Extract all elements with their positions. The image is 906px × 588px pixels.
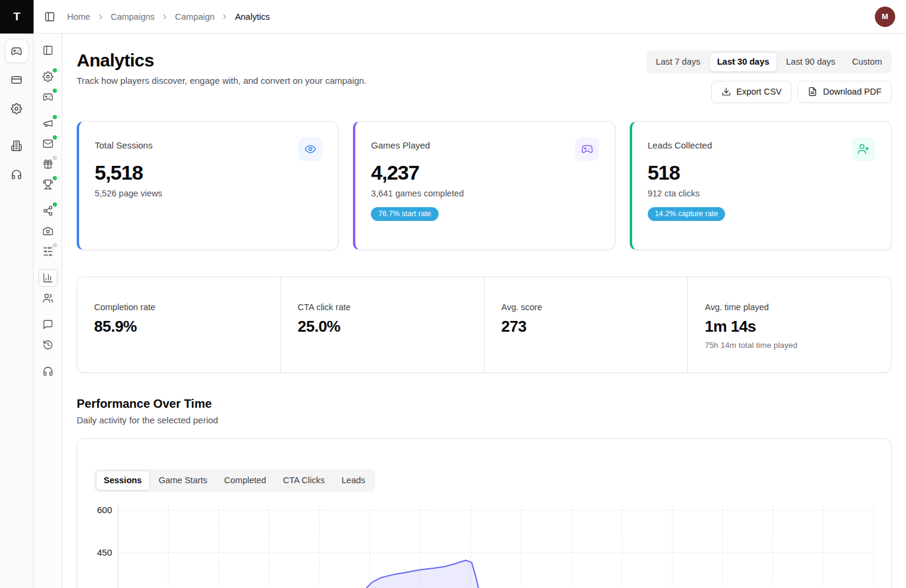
stat-card-leads-collected: Leads Collected 518 912 cta clicks 14.2%… [630,121,892,250]
users-icon [43,293,53,304]
time-range-last-30-days[interactable]: Last 30 days [709,52,777,72]
stat-card-top: Total Sessions [95,137,322,161]
download-icon [721,87,731,96]
sidebar-item-building[interactable] [5,134,29,157]
stat-subtext: 5,526 page views [95,189,322,198]
sidebar-item-chart[interactable] [38,269,58,287]
stat-icon-tile [851,137,875,161]
sidebar-item-mail[interactable] [38,135,58,153]
svg-text:600: 600 [97,505,112,515]
sidebar-item-gift[interactable] [38,155,58,173]
stat-card-games-played: Games Played 4,237 3,641 games completed… [353,121,615,250]
stat-value: 5,518 [95,161,322,184]
app-root: T HomeCampaignsCampaignAnalytics M Analy… [0,0,906,588]
stat-value: 4,237 [371,161,599,184]
breadcrumb-item-analytics: Analytics [235,12,270,22]
status-dot-green [53,68,57,72]
gear-icon [43,71,53,82]
metric-value: 1m 14s [705,317,874,336]
download-pdf-button[interactable]: Download PDF [798,81,892,103]
page-header-text: Analytics Track how players discover, en… [77,50,367,86]
sidebar-item-camera[interactable] [38,222,58,240]
page-header: Analytics Track how players discover, en… [77,50,892,103]
sidebar-item-trophy[interactable] [38,175,58,193]
time-range-last-90-days[interactable]: Last 90 days [778,52,843,72]
history-icon [43,340,53,350]
page-subtitle: Track how players discover, engage with,… [77,75,367,86]
sidebar-item-share[interactable] [38,202,58,220]
metric-subtext: 75h 14m total time played [705,341,874,350]
sidebar-item-sliders[interactable] [38,243,58,260]
stat-label: Leads Collected [648,137,712,150]
gear-icon [11,103,22,114]
sliders-icon [43,246,53,257]
sidebar-item-chat[interactable] [38,316,58,334]
svg-text:450: 450 [97,547,112,557]
status-dot-gray [53,243,57,247]
time-range-last-7-days[interactable]: Last 7 days [648,52,708,72]
tab-sessions[interactable]: Sessions [96,471,150,490]
breadcrumb-item-home[interactable]: Home [67,12,90,22]
sidebar-toggle-button[interactable] [42,9,58,25]
sidebar-item-headset[interactable] [38,362,58,380]
status-dot-green [53,89,57,93]
metric-value: 25.0% [298,317,467,336]
sidebar-item-headset[interactable] [5,162,29,186]
breadcrumb-item-campaign[interactable]: Campaign [175,12,215,22]
metric-value: 85.9% [94,317,264,336]
building-icon [11,140,22,151]
breadcrumb: HomeCampaignsCampaignAnalytics [67,12,270,22]
tab-completed[interactable]: Completed [216,471,274,490]
performance-title: Performance Over Time [77,397,892,411]
tab-game-starts[interactable]: Game Starts [151,471,215,490]
status-dot-green [53,176,57,180]
sidebar-item-panel[interactable] [38,41,58,59]
metrics-summary-card: Completion rate 85.9% CTA click rate 25.… [77,277,892,373]
tab-cta-clicks[interactable]: CTA Clicks [275,471,333,490]
stat-cards-row: Total Sessions 5,518 5,526 page views Ga… [77,121,892,250]
file-icon [808,87,817,96]
chevron-right-icon [96,13,105,21]
megaphone-icon [43,118,53,129]
panel-icon [43,45,53,56]
metric-avg-score: Avg. score 273 [484,277,688,372]
gamepad-icon [581,143,593,155]
status-dot-green [53,135,57,140]
eye-icon [304,143,316,155]
chart-icon [43,272,53,283]
avatar[interactable]: M [875,7,895,27]
stat-subtext: 912 cta clicks [648,189,875,198]
stat-card-top: Games Played [371,137,599,161]
tab-leads[interactable]: Leads [334,471,373,490]
share-icon [43,205,53,216]
trophy-icon [43,179,53,190]
sidebar-item-gamepad[interactable] [5,39,29,63]
sidebar-item-card[interactable] [5,68,29,92]
sidebar-item-gamepad[interactable] [38,88,58,106]
page-title: Analytics [77,50,367,71]
gamepad-icon [11,46,22,57]
stat-label: Total Sessions [95,137,153,150]
export-csv-button[interactable]: Export CSV [711,81,792,103]
sidebar-item-gear[interactable] [38,68,58,86]
performance-section-header: Performance Over Time Daily activity for… [77,397,892,425]
sidebar-item-megaphone[interactable] [38,114,58,132]
sidebar-item-history[interactable] [38,336,58,354]
secondary-sidebar [34,34,62,588]
gamepad-icon [43,92,53,102]
chart-area: 600450300 [94,505,874,588]
metric-label: Avg. time played [705,302,874,312]
body-row: Analytics Track how players discover, en… [34,34,906,588]
time-range-custom[interactable]: Custom [844,52,890,72]
export-csv-label: Export CSV [736,86,782,98]
app-logo[interactable]: T [0,0,34,34]
time-range-selector: Last 7 days Last 30 days Last 90 days Cu… [647,50,892,74]
breadcrumb-item-campaigns[interactable]: Campaigns [111,12,155,22]
metric-completion-rate: Completion rate 85.9% [77,277,280,372]
headset-icon [11,169,22,180]
status-dot-green [53,115,57,119]
metric-label: CTA click rate [298,302,467,312]
primary-sidebar: T [0,0,34,588]
sidebar-item-users[interactable] [38,289,58,307]
sidebar-item-gear[interactable] [5,96,29,120]
